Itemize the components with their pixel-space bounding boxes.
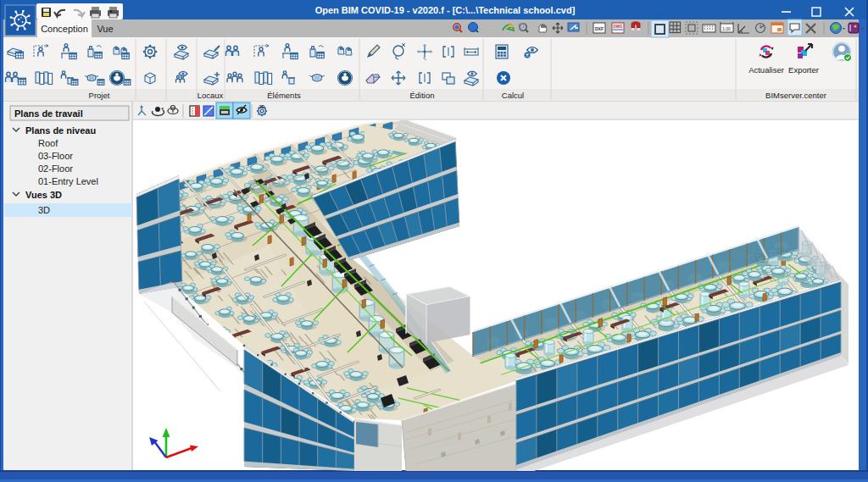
svg-text:01-Entry Level: 01-Entry Level — [38, 176, 98, 186]
svg-text:Conception: Conception — [41, 24, 88, 34]
svg-text:Vues 3D: Vues 3D — [25, 190, 62, 200]
svg-text:Roof: Roof — [38, 138, 58, 148]
svg-text:Plans de travail: Plans de travail — [14, 108, 83, 119]
svg-text:BIMserver.center: BIMserver.center — [765, 91, 826, 100]
svg-text:DWG: DWG — [614, 25, 623, 29]
svg-text:02-Floor: 02-Floor — [38, 163, 73, 174]
svg-text:DXF: DXF — [595, 26, 604, 31]
svg-text:Édition: Édition — [409, 91, 434, 100]
svg-text:Exporter: Exporter — [788, 65, 819, 75]
svg-text:Vue: Vue — [97, 24, 113, 34]
svg-text:Plans de niveau: Plans de niveau — [25, 125, 96, 136]
svg-text:3D: 3D — [38, 205, 50, 215]
svg-text:3D: 3D — [259, 104, 265, 109]
svg-text:Locaux: Locaux — [198, 91, 224, 100]
svg-text:03-Floor: 03-Floor — [38, 151, 73, 161]
svg-text:Projet: Projet — [89, 91, 110, 100]
svg-text:1.00: 1.00 — [722, 26, 731, 31]
svg-text:Open BIM COVID-19 - v2020.f -: Open BIM COVID-19 - v2020.f - [C:\...\Te… — [315, 5, 576, 15]
svg-text:Actualiser: Actualiser — [748, 65, 784, 75]
svg-text:Éléments: Éléments — [267, 91, 301, 100]
svg-text:Calcul: Calcul — [502, 91, 524, 100]
